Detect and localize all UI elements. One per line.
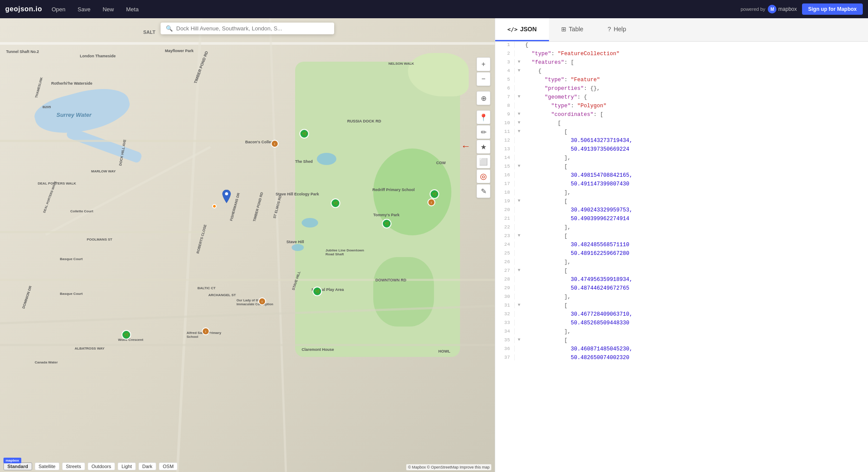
json-num: 50.485268509448330 — [571, 320, 629, 326]
json-bracket: [ — [564, 233, 568, 239]
line-number-17: 17 — [495, 181, 515, 187]
json-editor[interactable]: 1{2 "type": "FeatureCollection"3▼ "featu… — [495, 42, 868, 472]
json-num: 30.498154708842165, — [571, 172, 633, 178]
line-toggle-24 — [515, 241, 523, 242]
json-line-33: 33 50.485268509448330 — [495, 320, 868, 328]
zoom-out-button[interactable]: − — [477, 72, 490, 86]
style-streets[interactable]: Streets — [62, 462, 85, 470]
park-inner2 — [373, 257, 434, 327]
tab-table[interactable]: ⊞ Table — [549, 18, 595, 41]
style-standard[interactable]: Standard — [3, 462, 32, 470]
line-toggle-9[interactable]: ▼ — [515, 111, 523, 117]
square-button[interactable]: ⬜ — [477, 155, 490, 168]
tab-help[interactable]: ? Help — [595, 18, 638, 41]
poi-church[interactable]: i — [258, 297, 266, 305]
style-satellite[interactable]: Satellite — [35, 462, 59, 470]
pencil-button[interactable]: ✏ — [477, 125, 490, 139]
label-marlow: MARLOW WAY — [91, 169, 116, 173]
zoom-in-button[interactable]: + — [477, 57, 490, 71]
style-outdoors[interactable]: Outdoors — [88, 462, 115, 470]
line-content-21: 50.490399962274914 — [523, 215, 868, 222]
line-toggle-3[interactable]: ▼ — [515, 59, 523, 65]
circle-button[interactable]: ◎ — [477, 169, 490, 183]
line-toggle-11[interactable]: ▼ — [515, 129, 523, 134]
line-number-36: 36 — [495, 346, 515, 352]
star-button[interactable]: ★ — [477, 140, 490, 154]
map-search-bar[interactable]: 🔍 — [161, 23, 334, 34]
label-poolmans: POOLMANS ST — [87, 238, 112, 241]
line-toggle-34 — [515, 328, 523, 329]
line-content-37: 50.482650074002320 — [523, 354, 868, 361]
line-toggle-4[interactable]: ▼ — [515, 68, 523, 73]
json-brace: { — [538, 68, 542, 74]
line-toggle-15[interactable]: ▼ — [515, 163, 523, 169]
line-toggle-31[interactable]: ▼ — [515, 302, 523, 308]
json-bracket: ], — [564, 294, 571, 300]
json-num: 30.474956359918934, — [571, 277, 633, 283]
main-layout: Tunnel Shaft No.2 Mayflower Park London … — [0, 18, 868, 472]
right-panel: </> JSON ⊞ Table ? Help 1{2 "type": "Fea… — [495, 18, 868, 472]
line-toggle-10[interactable]: ▼ — [515, 120, 523, 125]
park-marker-wolfe[interactable]: 🌿 — [122, 330, 131, 340]
location-pin[interactable] — [220, 190, 233, 205]
json-num: 50.489162259667280 — [571, 251, 629, 257]
map-controls-panel: + − ⊕ 📍 ✏ ★ ⬜ ◎ ✎ — [477, 57, 490, 198]
json-bracket: [ — [600, 112, 604, 118]
nav-new[interactable]: New — [100, 4, 116, 14]
json-line-25: 25 50.489162259667280 — [495, 250, 868, 259]
line-content-19: [ — [523, 198, 868, 205]
label-tunnel-shaft: Tunnel Shaft No.2 — [6, 50, 39, 54]
nav-meta[interactable]: Meta — [123, 4, 141, 14]
json-icon: </> — [507, 26, 517, 33]
line-content-8: "type": "Polygon" — [523, 102, 868, 109]
road-v2 — [269, 18, 287, 472]
json-key: "coordinates" — [551, 112, 594, 118]
poi-bacons[interactable]: i — [271, 140, 279, 148]
poi-redriff[interactable]: i — [427, 198, 435, 206]
line-toggle-19[interactable]: ▼ — [515, 198, 523, 204]
json-line-5: 5 "type": "Feature" — [495, 76, 868, 85]
line-toggle-27[interactable]: ▼ — [515, 267, 523, 273]
line-toggle-23[interactable]: ▼ — [515, 233, 523, 238]
line-content-15: [ — [523, 163, 868, 170]
map-container[interactable]: Tunnel Shaft No.2 Mayflower Park London … — [0, 18, 495, 472]
park-marker-tommy[interactable]: 🌿 — [382, 219, 391, 228]
nav-save[interactable]: Save — [75, 4, 93, 14]
label-archangel: ARCHANGEL ST — [208, 293, 236, 297]
park-marker-natural[interactable]: 🌿 — [312, 287, 322, 296]
edit-button[interactable]: ✎ — [477, 184, 490, 198]
line-number-8: 8 — [495, 102, 515, 109]
pin-button[interactable]: 📍 — [477, 110, 490, 124]
park-marker-2[interactable]: 🌿 — [331, 198, 340, 208]
line-number-15: 15 — [495, 163, 515, 169]
mapbox-attribution: mapbox — [3, 458, 21, 463]
app-logo: geojson.io — [5, 5, 42, 13]
poi-alfred[interactable]: i — [202, 327, 210, 335]
park-marker-1[interactable]: 🌿 — [299, 129, 309, 139]
json-num: 30.482485568571110 — [571, 242, 629, 248]
json-line-11: 11▼ [ — [495, 129, 868, 137]
json-num: 30.467728409063710, — [571, 311, 633, 317]
park-marker-redriff[interactable]: 🌿 — [430, 189, 439, 199]
json-brace: {}, — [590, 86, 600, 92]
json-bracket: [ — [564, 164, 568, 170]
style-dark[interactable]: Dark — [138, 462, 156, 470]
line-toggle-35[interactable]: ▼ — [515, 337, 523, 343]
line-number-25: 25 — [495, 250, 515, 256]
search-input[interactable] — [176, 25, 329, 32]
json-num: 50.491147399807430 — [571, 181, 629, 187]
signup-button[interactable]: Sign up for Mapbox — [802, 3, 863, 15]
map-canvas[interactable]: Tunnel Shaft No.2 Mayflower Park London … — [0, 18, 495, 472]
json-line-16: 16 30.498154708842165, — [495, 172, 868, 181]
label-baltic-ct: BALTIC CT — [197, 286, 216, 290]
line-toggle-6 — [515, 85, 523, 86]
line-toggle-7[interactable]: ▼ — [515, 94, 523, 99]
tab-json[interactable]: </> JSON — [495, 18, 549, 41]
nav-open[interactable]: Open — [49, 4, 68, 14]
style-light[interactable]: Light — [118, 462, 136, 470]
line-content-28: 30.474956359918934, — [523, 276, 868, 283]
style-osm[interactable]: OSM — [159, 462, 178, 470]
compass-button[interactable]: ⊕ — [477, 91, 490, 105]
line-content-5: "type": "Feature" — [523, 76, 868, 83]
json-line-22: 22 ], — [495, 224, 868, 233]
